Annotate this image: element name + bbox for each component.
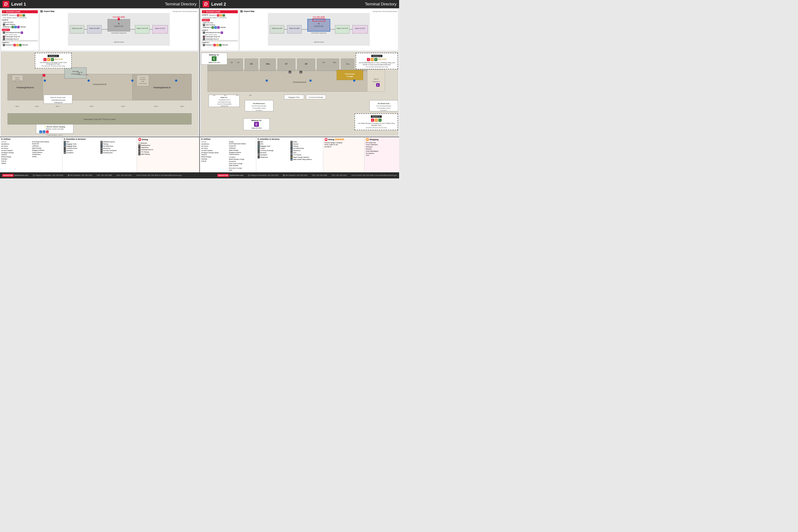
badge-c-ll: C — [19, 44, 21, 46]
l2-dining-peets: Peet's Coffee & Tea — [325, 144, 363, 146]
l2-airline-ba: British Airways — [201, 156, 227, 158]
svg-text:D4: D4 — [249, 94, 251, 96]
level2-subway-annotation: Subway to: A B C Marriott. Use Escalator… — [356, 53, 398, 69]
l2-map-title: Airport Map — [244, 10, 254, 13]
svg-text:Gates B1-B88: Gates B1-B88 — [289, 27, 299, 29]
airlines-title-l1: Airlines — [3, 138, 11, 140]
l2-amenity-petrelief: 🐾 Pet Relief Areas — [290, 147, 322, 150]
svg-text:Concourse Exit: Concourse Exit — [93, 83, 106, 86]
dining-valet: V Valet Parking — [138, 153, 198, 155]
airline-lufthansa: Lufthansa — [32, 145, 61, 147]
l2-amenity-gates: G Gates — [290, 141, 322, 143]
level2-directory: Terminal Directory — [365, 2, 397, 6]
l2-airline-emirates: Emirates — [201, 158, 227, 160]
subway-annotation: Subway to: A B C Marriott. Use Elevators… — [35, 53, 72, 69]
level2-shopping-legend: 🛍 Shopping ATU Duty Free Coros Collectio… — [364, 137, 399, 172]
shop-pandora: Pandora — [366, 148, 398, 150]
level1-amenities-cols: A AED 🧳 Baggage Carts W Baggage Wrap 📞 C… — [64, 141, 135, 154]
dining-steaking: S Steaking Area — [138, 144, 198, 147]
airline-viva: VivaAerobus — [32, 153, 61, 156]
l2-dining-rebar: Re>Bar*® — [325, 146, 363, 148]
walkway-e-badge: E — [254, 122, 259, 127]
subway-terminals: A B C Marriott. — [37, 58, 70, 61]
ticketing-icon: ✓ — [3, 38, 5, 40]
level2-terminal-levels: D Terminal Levels Level 3: Skyway to A B… — [201, 9, 239, 51]
dining-fork-icon: 🍽 — [138, 138, 141, 141]
svg-text:EXIT→: EXIT→ — [121, 106, 127, 107]
footer-logo-badge-r: HOUSTON — [217, 174, 229, 177]
panel-title-l2: Terminal Levels — [206, 11, 221, 13]
l2-airline-airfrance: Air France — [201, 145, 227, 147]
badge-c: C — [23, 14, 25, 17]
svg-text:Marriott Hotel: Marriott Hotel — [114, 41, 124, 43]
svg-rect-112 — [337, 70, 363, 80]
level3-note: (Use Skyway Station in Terminal E) — [3, 17, 38, 18]
svg-text:- International Arrivals: - International Arrivals — [217, 101, 231, 103]
svg-text:Gates E1-E24: Gates E1-E24 — [355, 27, 365, 29]
l2-restroom-icon: R — [290, 150, 292, 152]
skyway-c-badge: C — [378, 119, 381, 122]
svg-text:Gates A1-A30: Gates A1-A30 — [272, 27, 282, 29]
l2-currency-icon: 💱 — [258, 150, 260, 152]
badge-e-sm: E — [17, 26, 20, 28]
map-header: ✈ Airport Map George Bush Intercontinent… — [40, 10, 197, 13]
svg-point-45 — [131, 79, 133, 82]
level1-panel-header: D Terminal Levels — [2, 10, 38, 13]
airline-aeromexico: AeroMexico — [1, 143, 30, 145]
l2-dining-col: Houston Burger Company* Peet's Coffee & … — [325, 142, 363, 148]
amenity-mailsafe: M MailSafe Express — [100, 141, 135, 143]
svg-text:Gates B1-B88: Gates B1-B88 — [89, 27, 99, 29]
l2-bags-icon: 🧳 — [258, 145, 260, 147]
l2-amenity-restrooms: R Restrooms — [290, 150, 322, 152]
l2-amenity-uso: U USO — [290, 152, 322, 154]
svg-point-44 — [88, 79, 90, 82]
l2-walkway: Walkway to C D E Skyway — [203, 26, 238, 29]
walkway-e-title: Walkway To: — [245, 119, 268, 121]
tick-icon: T — [138, 149, 140, 151]
l2-terminal-a-badge: A — [367, 58, 370, 61]
svg-text:Pet Relief Area:: Pet Relief Area: — [378, 102, 390, 104]
full-page: D Level 1 Terminal Directory D Level 2 T… — [0, 0, 399, 178]
map-airport-name: George Bush Intercontinental Airport — [173, 11, 197, 12]
badge-c-l2-walk: C — [211, 26, 214, 29]
header-row: D Level 1 Terminal Directory D Level 2 T… — [0, 0, 399, 8]
l2-airlines-label: Airlines: — [201, 141, 227, 143]
amenities-d-icon: D — [64, 138, 65, 140]
svg-text:D10: D10 — [333, 61, 336, 63]
svg-text:Ticketing/Check-In: Ticketing/Check-In — [17, 87, 34, 89]
iah-icon: ✈ — [68, 174, 70, 176]
skyway-note1: Use Station Elevator or Escalators to Le… — [356, 122, 396, 126]
passenger-dropoff: 🚗 Passenger Drop-Off — [3, 36, 38, 38]
level1-airlines-legend: D Airlines Airlines: AeroMexico Air Chin… — [0, 137, 62, 172]
svg-text:Down To Tunnel Level:: Down To Tunnel Level: — [50, 97, 65, 98]
level2-panel-header: D Terminal Levels — [202, 10, 238, 13]
terminal-c-badge: C — [51, 58, 54, 61]
wrap-icon: W — [64, 145, 66, 147]
l2-airlines-col1: Airlines: AeroMexico Air France Air Chin… — [201, 141, 227, 171]
svg-text:Up To:: Up To: — [78, 72, 82, 73]
panel-title: Terminal Levels — [6, 11, 20, 13]
airlines-col2: KLM Royal Dutch Airlines Korean Air Luft… — [32, 141, 61, 165]
svg-text:- Parking D/E: - Parking D/E — [220, 105, 228, 107]
svg-text:Gates C14-C45: Gates C14-C45 — [337, 27, 348, 29]
l2-airline-singapore: Singapore Airlines — [229, 151, 255, 154]
l2-amenity-waterbottle: 💧 Water Bottle Filling Stations — [290, 158, 322, 160]
l2-level2-current-label: Level 2: — [202, 19, 210, 21]
svg-text:YOU ARE HERE: YOU ARE HERE — [113, 16, 125, 18]
subway-note2: (Underground Train) — [37, 63, 70, 65]
level1-current-label: Level 1: — [2, 29, 10, 31]
svg-text:Singapore Airlines: Singapore Airlines — [13, 80, 22, 81]
svg-text:Down To:: Down To: — [221, 97, 227, 98]
svg-text:←EXIT: ←EXIT — [34, 106, 39, 107]
svg-text:Gates D1-D12: Gates D1-D12 — [114, 25, 124, 27]
restroom-icon: R — [100, 147, 102, 150]
l2-shopping-col: ATU Duty Free Coros Collections Hershey'… — [366, 142, 398, 157]
airline-klm: KLM Royal Dutch Airlines — [32, 141, 61, 143]
badge-c-sm: C — [12, 26, 14, 28]
levelLL-item: Level LL: — [2, 41, 38, 43]
badge-b-ll: B — [16, 44, 19, 46]
subway-note3: -Pre-Security Terminal Access Only- — [37, 65, 70, 67]
level2-panel: D Terminal Levels Level 3: Skyway to A B… — [200, 8, 399, 137]
level2-skyway-annotation: Skyway to: A B C Use Station Elevator or… — [355, 113, 398, 130]
footer-lost-found-r: Lost & Found: 281-230-3299 or has.iahlos… — [351, 174, 397, 176]
